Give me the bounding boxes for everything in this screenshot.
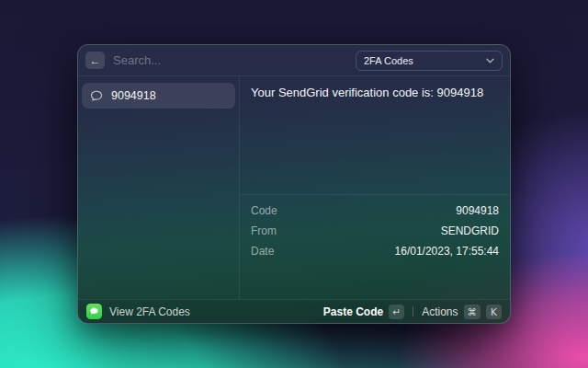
launcher-window: ← 2FA Codes 9094918 Your SendGrid verifi… (77, 44, 511, 324)
desktop-background: { "colors": { "accent_green": "#2fd04a",… (0, 0, 588, 368)
list-item-label: 9094918 (111, 89, 156, 102)
paste-code-button[interactable]: Paste Code (323, 305, 383, 318)
metadata-section: Code 9094918 From SENDGRID Date 16/01/20… (240, 195, 510, 299)
footer-title: View 2FA Codes (109, 305, 316, 318)
k-key-badge[interactable]: K (486, 305, 502, 319)
detail-pane: Your SendGrid verification code is: 9094… (240, 76, 510, 299)
metadata-label: Code (251, 204, 277, 217)
results-list: 9094918 (78, 76, 240, 299)
metadata-row-code: Code 9094918 (251, 201, 499, 221)
metadata-value: SENDGRID (441, 224, 499, 237)
message-preview: Your SendGrid verification code is: 9094… (240, 76, 510, 195)
list-item-code[interactable]: 9094918 (82, 83, 235, 109)
content-area: 9094918 Your SendGrid verification code … (78, 76, 510, 299)
metadata-label: Date (251, 245, 274, 258)
metadata-row-from: From SENDGRID (251, 221, 499, 241)
chevron-down-icon (486, 58, 494, 63)
back-arrow-icon: ← (90, 55, 101, 66)
dropdown-selected-value: 2FA Codes (364, 55, 413, 66)
back-button[interactable]: ← (85, 52, 105, 69)
metadata-row-date: Date 16/01/2023, 17:55:44 (251, 241, 499, 261)
chat-bubble-icon (90, 89, 103, 102)
actions-button[interactable]: Actions (422, 305, 458, 318)
metadata-value: 9094918 (456, 204, 499, 217)
footer-bar: View 2FA Codes Paste Code ↵ Actions ⌘ K (78, 299, 510, 323)
command-key-badge[interactable]: ⌘ (464, 305, 481, 319)
code-source-dropdown[interactable]: 2FA Codes (356, 51, 503, 71)
messages-app-icon (86, 304, 102, 319)
footer-actions: Paste Code ↵ Actions ⌘ K (323, 305, 502, 319)
search-input[interactable] (113, 53, 347, 67)
return-key-badge[interactable]: ↵ (389, 305, 404, 319)
footer-divider (413, 306, 413, 316)
header-bar: ← 2FA Codes (78, 45, 510, 76)
metadata-value: 16/01/2023, 17:55:44 (395, 245, 499, 258)
metadata-label: From (251, 224, 277, 237)
